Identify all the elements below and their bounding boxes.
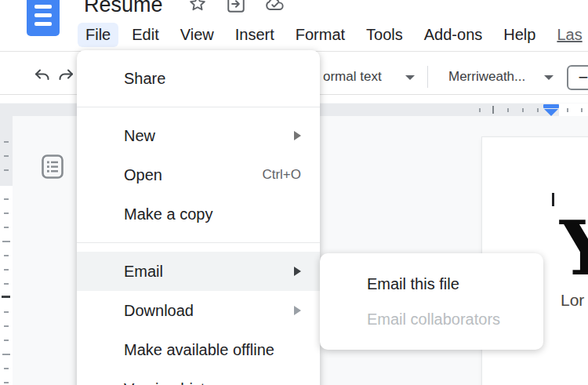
font-size-decrease-button[interactable]: − [567,65,588,90]
toolbar-divider [427,66,428,88]
ruler-tick [4,368,9,369]
ruler-tick [4,212,9,214]
submenu-arrow-icon [294,306,301,315]
menu-view[interactable]: View [180,23,214,47]
email-submenu: Email this file Email collaborators [320,253,543,350]
submenu-item-label: Email this file [367,275,459,293]
menu-item-new[interactable]: New [77,116,320,155]
font-dropdown-arrow-icon[interactable] [544,75,554,80]
ruler-tick [4,169,9,171]
menu-item-label: Open [124,166,162,184]
indent-marker-icon[interactable] [543,104,559,108]
ruler-tick [567,108,568,112]
paragraph-style-selector[interactable]: ormal text [323,69,382,85]
submenu-item-email-this-file[interactable]: Email this file [320,267,543,302]
submenu-arrow-icon [294,131,301,140]
ruler-tick [537,108,539,112]
file-menu-dropdown: Share New Open Ctrl+O Make a copy Email … [77,50,320,385]
ruler-tick [4,198,9,200]
indent-marker-icon[interactable] [544,109,558,116]
ruler-tick [4,311,9,313]
menu-item-shortcut: Ctrl+O [262,167,301,183]
menu-item-label: Version history [124,380,227,385]
redo-icon[interactable] [56,67,75,85]
menu-item-share[interactable]: Share [77,59,320,98]
submenu-item-label: Email collaborators [367,311,500,329]
menu-item-label: Share [124,70,165,88]
menu-help[interactable]: Help [503,23,535,47]
ruler-tick [507,108,509,112]
menu-item-make-available-offline[interactable]: Make available offline [77,330,320,369]
document-heading-text: Y [560,211,588,286]
menu-insert[interactable]: Insert [235,23,274,47]
document-outline-icon[interactable] [41,154,64,180]
move-icon[interactable] [226,0,246,14]
cloud-check-icon[interactable] [263,0,287,14]
menu-item-email[interactable]: Email [77,252,320,291]
ruler-tick [4,283,9,285]
menu-item-label: Email [124,263,163,281]
margin-marker-icon[interactable] [2,296,10,298]
ruler-margin-segment [0,116,13,186]
text-cursor [552,193,554,206]
menu-item-make-a-copy[interactable]: Make a copy [77,194,320,234]
star-icon[interactable] [187,0,208,14]
ruler-tick [492,106,494,114]
menu-bar: File Edit View Insert Format Tools Add-o… [0,20,588,49]
ruler-tick [4,382,9,383]
ruler-tick [4,340,9,341]
menu-item-label: New [124,127,155,145]
style-dropdown-arrow-icon[interactable] [405,75,415,80]
menu-item-download[interactable]: Download [77,291,320,330]
ruler-tick [4,141,9,143]
ruler-tick [4,255,9,256]
font-selector[interactable]: Merriweath... [448,69,525,85]
undo-icon[interactable] [33,67,52,85]
menu-item-version-history[interactable]: Version history [77,369,320,385]
menu-item-label: Download [124,302,194,320]
document-body-text: Lor [561,291,584,310]
ruler-tick [4,155,9,157]
ruler-tick [479,108,481,112]
logo-line [34,13,52,17]
ruler-tick [2,354,10,355]
menu-tools[interactable]: Tools [366,23,403,47]
ruler-tick [4,269,9,271]
google-docs-window: Y Lor [0,0,588,385]
menu-item-label: Make available offline [124,341,274,359]
menu-format[interactable]: Format [296,23,345,47]
menu-divider [77,107,320,107]
submenu-arrow-icon [294,267,301,276]
last-edit-link[interactable]: Las [557,26,582,44]
submenu-item-email-collaborators[interactable]: Email collaborators [320,302,543,337]
menu-item-label: Make a copy [124,205,212,223]
menu-file[interactable]: File [78,23,118,47]
logo-line [34,5,52,9]
ruler-tick [522,108,524,112]
menu-item-open[interactable]: Open Ctrl+O [77,155,320,194]
ruler-content-segment [559,104,588,116]
ruler-tick [581,108,583,112]
vertical-ruler[interactable] [0,116,13,385]
ruler-tick [4,325,9,327]
ruler-tick [4,227,9,228]
document-title[interactable]: Resume [84,0,163,17]
menu-edit[interactable]: Edit [132,23,158,47]
ruler-tick [2,241,10,242]
menu-addons[interactable]: Add-ons [424,23,483,47]
menu-divider [77,242,320,243]
